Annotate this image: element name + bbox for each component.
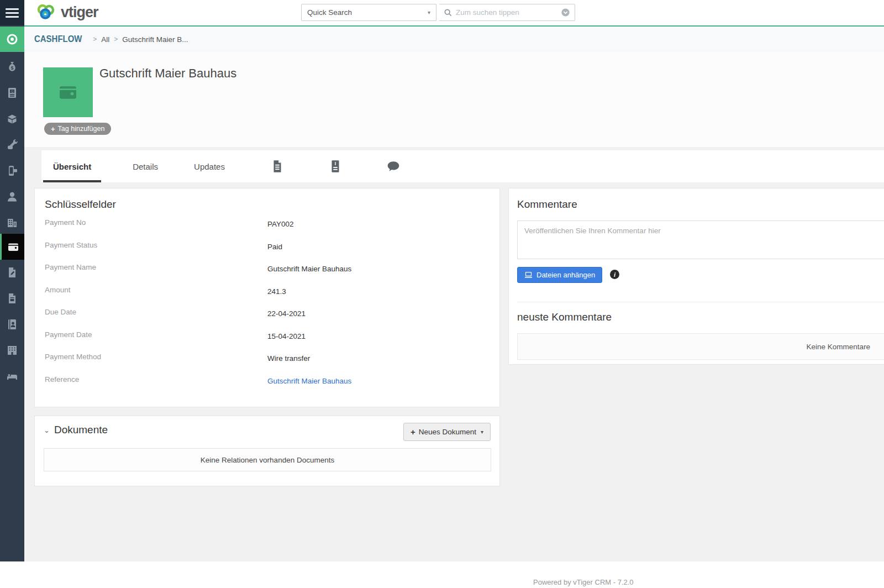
field-value: 241.3	[267, 287, 286, 296]
hamburger-menu-icon[interactable]	[0, 0, 24, 25]
attach-files-button[interactable]: Dateien anhängen	[517, 267, 602, 283]
comments-title: Kommentare	[517, 198, 884, 211]
organizations-building-icon[interactable]	[0, 209, 24, 235]
footer-text: Powered by vTiger CRM - 7.2.0	[533, 578, 634, 586]
svg-text:Q: Q	[11, 90, 14, 93]
field-row-amount: Amount 241.3	[45, 286, 490, 308]
breadcrumb-item-all[interactable]: All	[101, 35, 109, 44]
comments-empty-state: Keine Kommentare	[517, 333, 884, 360]
payments-wallet-icon[interactable]	[0, 234, 24, 260]
address-book-icon[interactable]	[0, 311, 24, 337]
invoice-file-icon[interactable]	[0, 285, 24, 311]
field-row-payment-no: Payment No PAY002	[45, 218, 490, 241]
svg-text:I: I	[335, 161, 336, 166]
global-search-input[interactable]	[456, 8, 557, 17]
field-row-payment-name: Payment Name Gutschrift Maier Bauhaus	[45, 263, 490, 286]
field-value: 15-04-2021	[267, 332, 306, 340]
notes-file-icon[interactable]	[0, 259, 24, 285]
rooms-bed-icon[interactable]	[0, 363, 24, 389]
field-value: Paid	[267, 243, 282, 251]
quick-search-select[interactable]: Quick Search ▾	[301, 4, 436, 21]
breadcrumb-separator-icon: >	[114, 35, 118, 43]
app-sidebar: $ Q	[0, 0, 24, 561]
breadcrumb-module[interactable]: CASHFLOW	[34, 34, 82, 45]
caret-down-icon: ▾	[428, 9, 430, 15]
tab-uebersicht[interactable]: Übersicht	[48, 150, 97, 182]
field-label: Payment No	[45, 218, 86, 227]
brand-text: vtiger	[61, 4, 98, 21]
field-value: Gutschrift Maier Bauhaus	[267, 265, 351, 273]
record-avatar	[43, 67, 93, 117]
key-fields-card: Schlüsselfelder Payment No PAY002 Paymen…	[34, 188, 500, 407]
page-footer: Powered by vTiger CRM - 7.2.0	[0, 561, 884, 588]
tab-strip: Übersicht Details Updates I	[41, 150, 884, 182]
field-label: Due Date	[45, 308, 76, 316]
tab-updates[interactable]: Updates	[188, 150, 230, 182]
field-value: Wire transfer	[267, 354, 310, 363]
field-label: Payment Name	[45, 263, 96, 271]
tab-invoice-icon[interactable]: I	[324, 150, 346, 182]
search-icon	[444, 8, 452, 17]
comments-card: Kommentare Dateien anhängen i neuste Kom…	[508, 188, 884, 365]
caret-down-icon: ▾	[481, 429, 483, 435]
breadcrumb: CASHFLOW > All > Gutschrift Maier B...	[24, 27, 884, 52]
tab-documents-icon[interactable]	[266, 150, 288, 182]
field-label: Payment Method	[45, 353, 101, 361]
wallet-icon	[57, 81, 79, 103]
contacts-person-icon[interactable]	[0, 183, 24, 209]
dashboard-target-icon[interactable]	[0, 27, 24, 52]
field-value: 22-04-2021	[267, 309, 306, 318]
vtiger-app: $ Q	[0, 0, 884, 588]
info-icon[interactable]: i	[610, 270, 619, 279]
top-bar: vtiger Quick Search ▾	[24, 0, 884, 25]
field-row-payment-status: Payment Status Paid	[45, 241, 490, 264]
field-label: Payment Status	[45, 241, 97, 249]
vtiger-logo[interactable]: vtiger	[34, 2, 98, 22]
comment-input[interactable]	[517, 221, 884, 259]
new-document-button[interactable]: + Neues Dokument ▾	[403, 423, 491, 441]
attach-files-label: Dateien anhängen	[536, 271, 595, 279]
global-search-box	[439, 4, 575, 21]
latest-comments-title: neuste Kommentare	[517, 311, 612, 323]
products-box-icon[interactable]	[0, 106, 24, 132]
tab-details[interactable]: Details	[127, 150, 164, 182]
sms-phone-icon[interactable]	[0, 158, 24, 183]
plus-icon: +	[411, 427, 415, 437]
reference-link[interactable]: Gutschrift Maier Bauhaus	[267, 377, 351, 385]
key-fields-title: Schlüsselfelder	[45, 198, 490, 211]
laptop-icon	[524, 271, 533, 279]
collapse-chevron-icon[interactable]: ⌄	[44, 426, 50, 434]
main-content: Übersicht Details Updates I Schlüsselfel…	[24, 147, 884, 561]
record-header: Gutschrift Maier Bauhaus + Tag hinzufüge…	[24, 52, 884, 147]
field-label: Amount	[45, 286, 71, 294]
new-document-label: Neues Dokument	[419, 428, 476, 436]
field-row-due-date: Due Date 22-04-2021	[45, 308, 490, 330]
vtiger-cloud-icon	[34, 2, 59, 22]
documents-title: Dokumente	[54, 424, 108, 436]
hotel-building-icon[interactable]	[0, 337, 24, 363]
money-bag-icon[interactable]: $	[0, 54, 24, 80]
field-row-payment-method: Payment Method Wire transfer	[45, 353, 490, 375]
svg-text:$: $	[10, 65, 13, 71]
breadcrumb-item-record: Gutschrift Maier B...	[122, 35, 188, 44]
field-row-reference: Reference Gutschrift Maier Bauhaus	[45, 375, 490, 398]
tab-comments-icon[interactable]	[382, 150, 404, 182]
field-row-payment-date: Payment Date 15-04-2021	[45, 330, 490, 353]
field-label: Reference	[45, 375, 79, 384]
documents-card: ⌄ Dokumente + Neues Dokument ▾ Keine Rel…	[34, 416, 500, 486]
comments-divider	[517, 302, 884, 302]
quick-search-label: Quick Search	[307, 8, 352, 17]
add-tag-button[interactable]: + Tag hinzufügen	[44, 123, 111, 135]
documents-empty-state: Keine Relationen vorhanden Documents	[44, 448, 491, 471]
breadcrumb-separator-icon: >	[93, 35, 97, 43]
page-title: Gutschrift Maier Bauhaus	[99, 66, 236, 81]
field-label: Payment Date	[45, 330, 92, 339]
chevron-circle-icon[interactable]	[561, 8, 570, 17]
field-value: PAY002	[267, 220, 294, 228]
add-tag-label: Tag hinzufügen	[58, 125, 105, 133]
plus-icon: +	[51, 125, 55, 133]
id-card-icon[interactable]: Q	[0, 80, 24, 106]
services-hand-wrench-icon[interactable]	[0, 132, 24, 158]
